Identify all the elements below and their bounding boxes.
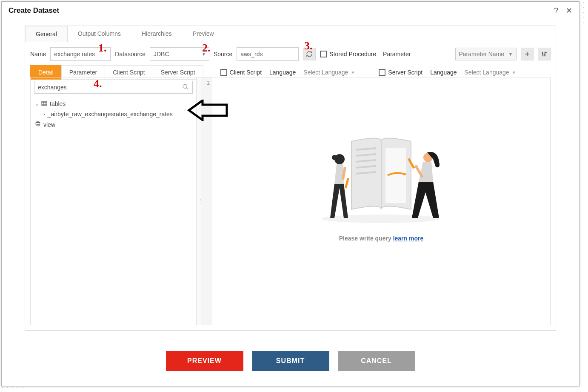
server-script-checkbox[interactable] [379,69,385,76]
stored-procedure-label: Stored Procedure [329,51,376,57]
chevron-down-icon: ▼ [512,70,516,75]
svg-point-3 [542,53,543,54]
refresh-button[interactable] [303,48,316,60]
tab-output-columns[interactable]: Output Columns [68,26,131,42]
tree-tables-label: tables [50,100,66,107]
svg-point-5 [545,52,546,53]
add-parameter-button[interactable]: + [521,48,534,60]
parameter-label: Parameter [383,51,411,57]
tab-preview[interactable]: Preview [183,26,225,42]
footer-buttons: PREVIEW SUBMIT CANCEL [2,351,579,371]
name-input[interactable] [50,47,111,61]
server-language-label: Language [430,69,457,76]
source-input[interactable] [237,47,299,61]
query-editor[interactable]: Please write query learn more [212,77,550,325]
editor-placeholder: Please write query learn more [212,133,550,242]
svg-rect-24 [345,178,349,188]
parameter-name-select[interactable]: Parameter Name ▼ [455,48,517,60]
stored-procedure-checkbox[interactable] [320,51,327,57]
tab-general[interactable]: General [25,26,68,42]
svg-rect-8 [42,101,47,106]
tree-node-tables[interactable]: ⌄ tables [34,99,193,109]
create-dataset-dialog: Create Dataset ? ✕ General Output Column… [1,1,579,386]
tree-view-label: view [43,121,55,128]
help-icon[interactable]: ? [554,6,558,15]
search-icon[interactable] [179,83,192,92]
svg-point-13 [36,121,40,123]
svg-point-4 [544,54,545,55]
chevron-right-icon: › [43,112,45,117]
search-input[interactable] [34,84,179,91]
tree-node-table-item[interactable]: › _airbyte_raw_exchangesrates_exchange_r… [34,109,193,119]
splitter-handle[interactable]: ⋮⋮⋮⋮⋮⋮ [197,77,201,325]
dialog-title: Create Dataset [9,6,59,15]
editor-placeholder-text: Please write query [339,235,393,242]
submit-button[interactable]: SUBMIT [252,351,329,371]
tab-hierarchies[interactable]: Hierarchies [131,26,183,42]
table-icon [41,100,47,107]
sliders-icon [541,51,547,57]
client-language-label: Language [269,69,296,76]
title-bar: Create Dataset ? ✕ [2,2,579,18]
editor-pane: 1 [201,77,550,325]
server-script-label: Server Script [388,69,422,76]
database-icon [35,121,41,128]
client-script-label: Client Script [230,69,262,76]
svg-point-14 [322,215,441,223]
source-label: Source [214,51,232,57]
preview-button[interactable]: PREVIEW [166,351,243,371]
form-row: Name Datasource ▼ Source Stored Procedur… [25,42,556,65]
main-split: ⌄ tables › _airbyte_raw_exchangesrates_e… [30,77,551,325]
tree: ⌄ tables › _airbyte_raw_exchangesrates_e… [31,97,196,132]
client-script-checkbox[interactable] [220,69,227,76]
svg-point-22 [332,155,337,160]
refresh-icon [306,51,313,57]
chevron-down-icon: ▼ [351,70,355,75]
line-gutter: 1 [201,77,212,325]
book-illustration-icon [313,133,449,226]
server-language-select[interactable]: Select Language ▼ [465,69,516,76]
name-label: Name [30,51,46,57]
chevron-down-icon: ▼ [508,52,513,57]
tab-bar: General Output Columns Hierarchies Previ… [25,26,556,42]
close-icon[interactable]: ✕ [566,6,572,15]
cancel-button[interactable]: CANCEL [338,351,415,371]
svg-point-6 [183,84,187,88]
settings-sliders-button[interactable] [538,48,551,60]
tree-node-view[interactable]: view [34,119,193,130]
search-box [34,81,193,94]
datasource-label: Datasource [115,51,146,57]
script-controls: Client Script Language Select Language ▼… [220,69,516,76]
datasource-select[interactable] [150,47,209,61]
client-language-select[interactable]: Select Language ▼ [303,69,355,76]
line-number-1: 1 [207,80,210,86]
content-area: General Output Columns Hierarchies Previ… [25,26,556,331]
parameter-name-text: Parameter Name [459,51,505,57]
tree-pane: ⌄ tables › _airbyte_raw_exchangesrates_e… [31,77,197,325]
chevron-down-icon: ⌄ [35,101,39,107]
svg-line-7 [186,88,188,89]
learn-more-link[interactable]: learn more [393,235,424,242]
tree-table-item-label: _airbyte_raw_exchangesrates_exchange_rat… [48,111,173,117]
